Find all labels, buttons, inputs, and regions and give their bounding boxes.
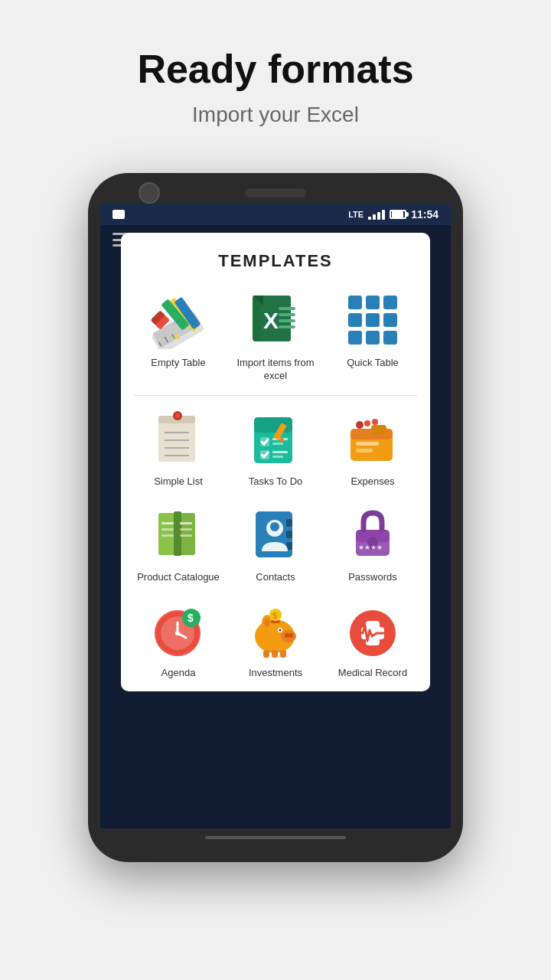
simple-list-icon bbox=[149, 410, 207, 467]
quick-table-icon bbox=[344, 292, 402, 349]
svg-point-81 bbox=[175, 631, 180, 635]
template-quick-table[interactable]: Quick Table bbox=[328, 289, 418, 383]
import-excel-icon-wrap: X bbox=[245, 289, 306, 351]
empty-table-icon bbox=[149, 292, 207, 349]
svg-point-52 bbox=[356, 421, 364, 429]
svg-rect-60 bbox=[161, 534, 174, 537]
contacts-label: Contacts bbox=[256, 571, 295, 584]
svg-rect-24 bbox=[366, 313, 380, 327]
svg-point-54 bbox=[372, 419, 378, 425]
phone-body: LTE 11:54 bbox=[88, 173, 463, 862]
section-divider bbox=[133, 395, 417, 396]
svg-rect-21 bbox=[366, 296, 380, 309]
template-grid-row3: Product Catalogue bbox=[133, 504, 417, 584]
tasks-todo-label: Tasks To Do bbox=[249, 475, 303, 488]
phone-camera bbox=[139, 182, 160, 204]
product-catalogue-icon bbox=[149, 505, 207, 563]
template-passwords[interactable]: ★★★★ Passwords bbox=[328, 504, 418, 584]
svg-rect-62 bbox=[180, 528, 192, 531]
tasks-todo-icon-wrap bbox=[245, 408, 306, 469]
signal-bar-2 bbox=[373, 214, 376, 220]
svg-rect-59 bbox=[161, 528, 174, 531]
svg-rect-22 bbox=[383, 296, 397, 309]
main-title: Ready formats bbox=[137, 46, 413, 92]
passwords-icon-wrap: ★★★★ bbox=[342, 504, 403, 565]
template-expenses[interactable]: Expenses bbox=[328, 408, 418, 488]
signal-bar-3 bbox=[377, 212, 380, 220]
agenda-icon-wrap: $ bbox=[148, 599, 209, 661]
signal-bar-4 bbox=[382, 210, 385, 220]
svg-rect-23 bbox=[348, 313, 362, 327]
expenses-label: Expenses bbox=[350, 475, 394, 488]
medical-record-icon-wrap bbox=[342, 599, 403, 661]
phone-speaker bbox=[245, 188, 306, 198]
passwords-icon: ★★★★ bbox=[344, 505, 402, 563]
simple-list-label: Simple List bbox=[154, 475, 203, 488]
svg-rect-43 bbox=[272, 451, 288, 453]
quick-table-icon-wrap bbox=[342, 289, 403, 351]
status-bar: LTE 11:54 bbox=[100, 204, 451, 225]
template-product-catalogue[interactable]: Product Catalogue bbox=[133, 504, 223, 584]
empty-table-label: Empty Table bbox=[151, 357, 205, 370]
product-catalogue-icon-wrap bbox=[148, 504, 209, 565]
svg-rect-20 bbox=[348, 296, 362, 309]
template-grid-row4: $ Agenda bbox=[133, 599, 417, 680]
simple-list-icon-wrap bbox=[148, 408, 209, 469]
template-medical-record[interactable]: Medical Record bbox=[328, 599, 418, 680]
svg-rect-66 bbox=[286, 531, 292, 538]
tasks-todo-icon bbox=[246, 410, 304, 467]
modal-title: TEMPLATES bbox=[133, 251, 417, 271]
notification-icon bbox=[112, 210, 125, 219]
svg-text:★★★★: ★★★★ bbox=[358, 544, 383, 551]
svg-text:$: $ bbox=[187, 612, 194, 624]
contacts-icon bbox=[246, 505, 304, 563]
svg-rect-50 bbox=[356, 442, 379, 446]
svg-point-89 bbox=[264, 618, 270, 627]
svg-rect-49 bbox=[371, 425, 386, 434]
svg-rect-27 bbox=[366, 331, 380, 345]
expenses-icon bbox=[344, 410, 402, 467]
svg-rect-28 bbox=[383, 331, 397, 345]
phone-top-bar bbox=[100, 188, 451, 198]
import-excel-label: Import items from excel bbox=[230, 357, 320, 383]
contacts-icon-wrap bbox=[245, 504, 306, 565]
svg-rect-51 bbox=[356, 449, 373, 452]
investments-label: Investments bbox=[249, 667, 302, 680]
template-import-excel[interactable]: X Import items from e bbox=[230, 289, 320, 383]
svg-rect-97 bbox=[280, 650, 286, 658]
template-grid-row1: Empty Table X bbox=[133, 289, 417, 383]
template-investments[interactable]: $ Investments bbox=[230, 599, 320, 680]
app-screen: TEMPLATES bbox=[100, 225, 451, 828]
investments-icon: $ bbox=[246, 601, 304, 658]
template-tasks-todo[interactable]: Tasks To Do bbox=[230, 408, 320, 488]
sub-title: Import your Excel bbox=[192, 103, 359, 127]
template-contacts[interactable]: Contacts bbox=[230, 504, 320, 584]
battery-icon bbox=[390, 210, 406, 219]
svg-rect-17 bbox=[279, 319, 295, 322]
signal-icon bbox=[368, 210, 385, 220]
signal-bar-1 bbox=[368, 217, 371, 220]
svg-rect-25 bbox=[383, 313, 397, 327]
svg-text:X: X bbox=[263, 308, 279, 333]
svg-rect-44 bbox=[272, 456, 283, 458]
investments-icon-wrap: $ bbox=[245, 599, 306, 661]
template-empty-table[interactable]: Empty Table bbox=[133, 289, 223, 383]
svg-rect-38 bbox=[254, 417, 292, 433]
svg-point-87 bbox=[289, 633, 293, 638]
template-agenda[interactable]: $ Agenda bbox=[133, 599, 223, 680]
lte-label: LTE bbox=[348, 210, 364, 219]
status-left bbox=[112, 210, 125, 219]
svg-point-36 bbox=[175, 413, 180, 418]
top-section: Ready formats Import your Excel bbox=[0, 0, 551, 150]
svg-rect-18 bbox=[279, 325, 295, 328]
template-simple-list[interactable]: Simple List bbox=[133, 408, 223, 488]
medical-record-icon bbox=[344, 601, 402, 658]
svg-text:$: $ bbox=[272, 611, 277, 620]
agenda-label: Agenda bbox=[161, 667, 196, 680]
passwords-label: Passwords bbox=[348, 571, 397, 584]
modal-overlay: TEMPLATES bbox=[100, 225, 451, 828]
product-catalogue-label: Product Catalogue bbox=[137, 571, 220, 584]
phone-home-bar[interactable] bbox=[205, 836, 345, 839]
svg-rect-95 bbox=[263, 650, 269, 658]
svg-rect-61 bbox=[180, 522, 192, 524]
